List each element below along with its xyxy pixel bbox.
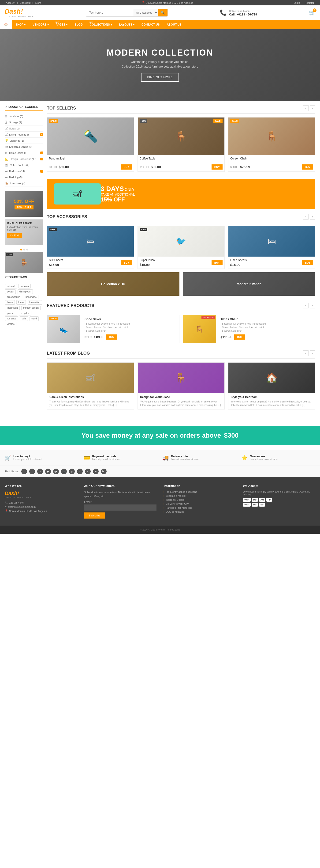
social-behance[interactable]: bh xyxy=(101,469,107,474)
social-mail[interactable]: ✉ xyxy=(93,469,99,474)
tag-dreamhouse[interactable]: dreamhouse xyxy=(5,295,22,299)
silk-buy-button[interactable]: BUY xyxy=(121,260,132,265)
cat-home-office[interactable]: 🖥 Home Office (5) + xyxy=(5,150,43,156)
tag-sale[interactable]: sale xyxy=(20,316,28,321)
social-pinterest[interactable]: p xyxy=(69,469,75,474)
cat-design[interactable]: 📐 Design Collections (17) + xyxy=(5,156,43,162)
tag-romance[interactable]: romance xyxy=(5,316,18,321)
accessories-next[interactable]: › xyxy=(310,214,315,219)
nav-vendors[interactable]: VENDORS ▾ xyxy=(29,20,52,29)
cat-variables[interactable]: ⊞ Variables (8) xyxy=(5,113,43,119)
pendant-buy-button[interactable]: BUY xyxy=(121,164,132,169)
tag-design[interactable]: design xyxy=(5,289,16,294)
logo[interactable]: Dash! CUSTOM FURNITURE xyxy=(5,8,34,18)
cat-bedroom[interactable]: 🛏 Bedroom (14) + xyxy=(5,168,43,174)
sidebar-ad-sale[interactable]: 50% OFF FINAL SALE xyxy=(5,191,43,217)
blog-prev[interactable]: ‹ xyxy=(303,350,309,356)
collection-2016-banner[interactable]: Collection 2016 xyxy=(47,272,179,296)
blog-post-3[interactable]: 🏠 Style your Bedroom Where do fashion tr… xyxy=(228,362,315,409)
social-linkedin[interactable]: in xyxy=(37,469,43,474)
tag-innovation[interactable]: innovation xyxy=(28,300,42,305)
search-button[interactable]: 🔍 xyxy=(158,9,168,17)
social-twitter[interactable]: t xyxy=(29,469,35,474)
footer-link-warranty[interactable]: Warranty Details xyxy=(164,498,236,501)
tag-practice[interactable]: practice xyxy=(5,311,17,315)
nav-blog[interactable]: BLOG xyxy=(71,20,86,29)
top-sellers-next[interactable]: › xyxy=(310,105,315,111)
cat-sofas[interactable]: 🛋 Sofas (2) xyxy=(5,125,43,131)
blog-post-1[interactable]: 🛋 Care & Clean Instructions Thank you fo… xyxy=(47,362,134,409)
linen-buy-button[interactable]: BUY xyxy=(302,260,313,265)
nav-home[interactable]: 🏠 xyxy=(0,20,12,29)
featured-prev[interactable]: ‹ xyxy=(303,303,309,308)
shoe-buy-button[interactable]: BUY xyxy=(106,335,117,340)
cart-area[interactable]: 🛒 1 xyxy=(309,10,315,16)
product-silk-sheets: 🛏 NEW Silk Sheets $15.99 BUY xyxy=(47,226,134,269)
social-tumblr[interactable]: t xyxy=(77,469,83,474)
social-instagram[interactable]: 📷 xyxy=(61,469,67,474)
search-input[interactable] xyxy=(86,9,133,16)
tag-ideas[interactable]: ideas xyxy=(16,300,26,305)
featured-section: FEATURED PRODUCTS ‹ › 👟 SALE! Shoe Saver xyxy=(47,303,315,343)
social-youtube[interactable]: ▶ xyxy=(45,469,51,474)
tag-sonoma[interactable]: sonoma xyxy=(19,284,31,288)
cat-armchairs[interactable]: 🪑 Armchairs (4) xyxy=(5,180,43,186)
sidebar-ad-clearance[interactable]: FINAL CLEARANCE Extra deal on Ivory Coll… xyxy=(5,219,43,245)
footer-link-faq[interactable]: Frequently asked questions xyxy=(164,490,236,493)
nav-contact[interactable]: CONTACT US xyxy=(138,20,163,29)
sidebar-new-product[interactable]: New 🪑 xyxy=(5,252,43,273)
nav-shop[interactable]: SHOP ▾ xyxy=(12,20,29,29)
promo-additional: TAKE AN ADDITIONAL xyxy=(101,192,135,196)
tag-modern-design[interactable]: modern design xyxy=(21,306,40,310)
coffee-new-price: $90.00 xyxy=(151,165,161,169)
store-link[interactable]: Store xyxy=(35,1,41,4)
featured-next[interactable]: › xyxy=(310,303,315,308)
register-link[interactable]: Register xyxy=(305,1,314,4)
cat-coffee[interactable]: ☕ Coffee Tables (2) xyxy=(5,162,43,168)
footer-link-eco[interactable]: ECO certificates xyxy=(164,510,236,513)
check-button[interactable]: CHECK! xyxy=(7,234,22,238)
nav-collections[interactable]: COLLECTIONS ▾ NEW xyxy=(86,20,115,29)
nav-pages[interactable]: PAGES ▾ NEW xyxy=(52,20,71,29)
cat-storage[interactable]: 🗄 Storage (2) xyxy=(5,119,43,125)
cat-bedding[interactable]: 🛏 Bedding (5) xyxy=(5,174,43,180)
nav-about[interactable]: ABOUT US xyxy=(163,20,185,29)
hero-cta-button[interactable]: Find Out More xyxy=(141,73,179,82)
blog-next[interactable]: › xyxy=(310,350,315,356)
tag-trend[interactable]: trend xyxy=(30,316,39,321)
pillow-buy-button[interactable]: BUY xyxy=(212,260,222,265)
tag-home[interactable]: home xyxy=(5,300,15,305)
accessories-prev[interactable]: ‹ xyxy=(303,214,309,219)
footer-link-delivery[interactable]: Delivery to your City xyxy=(164,502,236,505)
tag-inspiration[interactable]: inspiration xyxy=(5,306,20,310)
social-facebook[interactable]: f xyxy=(21,469,27,474)
footer-link-handbook[interactable]: Handbook for materials xyxy=(164,506,236,509)
top-sellers-prev[interactable]: ‹ xyxy=(303,105,309,111)
blog-post-2[interactable]: 🪑 Design for Work Place You've got a hom… xyxy=(138,362,225,409)
tag-diningroom[interactable]: diningroom xyxy=(17,289,33,294)
checkout-link[interactable]: Checkout xyxy=(20,1,31,4)
tag-handmade[interactable]: handmade xyxy=(24,295,38,299)
chair-buy-button[interactable]: BUY xyxy=(302,164,313,169)
social-vimeo[interactable]: v xyxy=(85,469,91,474)
account-link[interactable]: Account xyxy=(6,1,15,4)
cat-lightings[interactable]: 💡 Lightings (1) xyxy=(5,138,43,144)
info-delivery-text: Lorem ipsum dolor sit amet xyxy=(171,458,199,461)
modern-kitchen-banner[interactable]: Modern Kitchen xyxy=(183,272,316,296)
tag-recycled[interactable]: recycled xyxy=(19,311,31,315)
cat-living-room[interactable]: 🛋 Living Room (13) + xyxy=(5,131,43,138)
tag-colonial[interactable]: colonial xyxy=(5,284,17,288)
category-select[interactable]: All Categories xyxy=(133,9,158,16)
nav-layouts[interactable]: LAYOUTS ▾ xyxy=(115,20,138,29)
login-link[interactable]: Login xyxy=(293,1,300,4)
tag-vintage[interactable]: vintage xyxy=(5,322,16,326)
cat-kitchen[interactable]: 🍽 Kitchen & Dining (3) xyxy=(5,144,43,150)
promo-banner[interactable]: 🛋 3 DAYS ONLY TAKE AN ADDITIONAL 15% OFF xyxy=(47,179,315,209)
footer-link-reseller[interactable]: Become a reseller xyxy=(164,494,236,497)
subscribe-button[interactable]: Subscribe xyxy=(84,513,105,519)
social-gplus[interactable]: g+ xyxy=(53,469,59,474)
twins-buy-button[interactable]: BUY xyxy=(234,335,245,340)
coffee-buy-button[interactable]: BUY xyxy=(212,164,222,169)
linen-icon: 🛏 xyxy=(268,237,276,246)
newsletter-email-input[interactable] xyxy=(84,504,156,510)
